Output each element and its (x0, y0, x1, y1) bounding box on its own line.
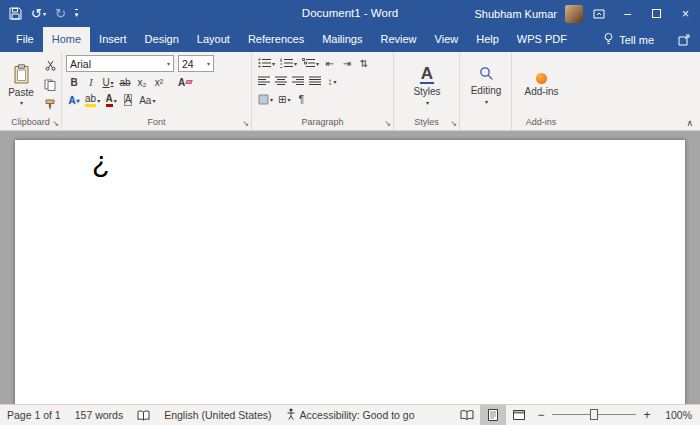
zoom-slider[interactable] (552, 408, 636, 422)
show-hide-pilcrow-button[interactable]: ¶ (293, 91, 309, 107)
search-icon (479, 66, 494, 83)
tab-file[interactable]: File (7, 27, 43, 52)
decrease-indent-button[interactable]: ⇤ (322, 55, 338, 71)
line-spacing-button[interactable]: ↕▾ (324, 73, 340, 89)
word-count[interactable]: 157 words (68, 405, 130, 425)
bold-button[interactable]: B (66, 74, 82, 90)
redo-icon[interactable]: ↻ (55, 7, 66, 20)
numbering-button[interactable]: ▾ (278, 55, 299, 71)
chevron-down-icon: ▾ (43, 11, 46, 17)
paragraph-dialog-launcher-icon[interactable]: ↘ (384, 120, 391, 128)
clipboard-mini-buttons (38, 55, 58, 115)
tab-mailings[interactable]: Mailings (313, 27, 371, 52)
font-name-combo[interactable]: Arial ▾ (66, 55, 174, 72)
tab-view[interactable]: View (426, 27, 468, 52)
clipboard-dialog-launcher-icon[interactable]: ↘ (52, 120, 59, 128)
editing-button[interactable]: Editing ▾ (464, 55, 508, 115)
accessibility-status[interactable]: Accessibility: Good to go (279, 405, 422, 425)
avatar[interactable] (565, 5, 583, 23)
borders-button[interactable]: ⊞▾ (276, 91, 292, 107)
ribbon-display-options-icon[interactable] (593, 8, 605, 20)
font-group-label: Font (62, 116, 251, 129)
bullets-button[interactable]: ▾ (256, 55, 277, 71)
underline-button[interactable]: U▾ (100, 74, 116, 90)
editing-group: Editing ▾ (460, 52, 512, 130)
zoom-level[interactable]: 100% (656, 409, 692, 421)
justify-button[interactable] (307, 73, 323, 89)
print-layout-button[interactable] (480, 405, 506, 425)
tab-references[interactable]: References (239, 27, 313, 52)
italic-button[interactable]: I (83, 74, 99, 90)
zoom-slider-handle[interactable] (590, 409, 598, 420)
cut-button[interactable] (42, 57, 58, 73)
addins-button-label: Add-ins (525, 86, 559, 97)
user-name[interactable]: Shubham Kumar (474, 8, 557, 20)
clear-formatting-button[interactable]: A (176, 74, 194, 90)
lightbulb-icon (603, 32, 614, 47)
paste-button[interactable]: Paste ▾ (4, 55, 38, 115)
font-size-combo[interactable]: 24 ▾ (178, 55, 214, 72)
maximize-button[interactable] (642, 0, 671, 27)
multilevel-list-button[interactable]: ▾ (300, 55, 321, 71)
web-layout-button[interactable] (506, 405, 532, 425)
tab-wps-pdf[interactable]: WPS PDF (508, 27, 576, 52)
addins-group: Add-ins Add-ins (512, 52, 570, 130)
text-highlight-button[interactable]: ab▾ (83, 92, 102, 108)
tab-home[interactable]: Home (43, 27, 90, 52)
change-case-label: Aa (139, 95, 151, 106)
document-page[interactable]: ¿ (15, 140, 685, 404)
document-text[interactable]: ¿ (15, 140, 685, 179)
document-area: ¿ (0, 131, 700, 404)
read-mode-button[interactable] (454, 405, 480, 425)
eraser-icon (186, 80, 193, 84)
subscript-button[interactable]: x₂ (134, 74, 150, 90)
ribbon: Paste ▾ Clipboard ↘ (0, 52, 700, 131)
tab-layout[interactable]: Layout (188, 27, 239, 52)
change-case-button[interactable]: Aa▾ (137, 92, 157, 108)
proofing-icon[interactable] (130, 405, 157, 425)
status-bar: Page 1 of 1 157 words English (United St… (0, 404, 700, 425)
superscript-button[interactable]: x² (151, 74, 167, 90)
chevron-down-icon: ▾ (485, 98, 488, 105)
share-icon[interactable] (664, 27, 700, 52)
zoom-in-button[interactable]: + (638, 405, 656, 425)
strikethrough-button[interactable]: ab (117, 74, 133, 90)
tab-help[interactable]: Help (467, 27, 508, 52)
font-dialog-launcher-icon[interactable]: ↘ (242, 120, 249, 128)
text-effects-label: A (68, 95, 75, 106)
tab-review[interactable]: Review (372, 27, 426, 52)
customize-quick-access-icon[interactable]: ▾ (75, 9, 79, 18)
save-icon[interactable] (9, 7, 22, 20)
align-right-button[interactable] (290, 73, 306, 89)
align-center-button[interactable] (273, 73, 289, 89)
maximize-icon (652, 9, 661, 18)
font-color-button[interactable]: A▾ (103, 92, 119, 108)
undo-icon[interactable]: ↺▾ (31, 7, 46, 20)
accessibility-icon (286, 408, 296, 422)
ribbon-tab-bar: File Home Insert Design Layout Reference… (0, 27, 700, 52)
align-left-button[interactable] (256, 73, 272, 89)
character-border-label: A (124, 94, 133, 106)
close-button[interactable]: × (671, 0, 700, 27)
format-painter-button[interactable] (42, 97, 58, 113)
collapse-ribbon-icon[interactable]: ∧ (686, 118, 693, 128)
copy-button[interactable] (42, 77, 58, 93)
chevron-down-icon: ▾ (152, 97, 155, 104)
character-border-button[interactable]: A (120, 92, 136, 108)
addins-button[interactable]: Add-ins (516, 55, 567, 115)
language-indicator[interactable]: English (United States) (157, 405, 278, 425)
increase-indent-button[interactable]: ⇥ (339, 55, 355, 71)
tab-insert[interactable]: Insert (90, 27, 136, 52)
page-indicator[interactable]: Page 1 of 1 (0, 405, 68, 425)
styles-dialog-launcher-icon[interactable]: ↘ (450, 120, 457, 128)
zoom-out-button[interactable]: − (532, 405, 550, 425)
editing-button-label: Editing (471, 85, 502, 96)
sort-button[interactable]: ⇅ (356, 55, 372, 71)
text-effects-button[interactable]: A▾ (66, 92, 82, 108)
shading-button[interactable]: ▾ (256, 91, 275, 107)
quick-access-toolbar: ↺▾ ↻ ▾ (0, 7, 78, 20)
minimize-button[interactable]: – (613, 0, 642, 27)
tell-me[interactable]: Tell me (593, 27, 664, 52)
styles-button[interactable]: A Styles ▾ (398, 55, 456, 115)
tab-design[interactable]: Design (136, 27, 188, 52)
